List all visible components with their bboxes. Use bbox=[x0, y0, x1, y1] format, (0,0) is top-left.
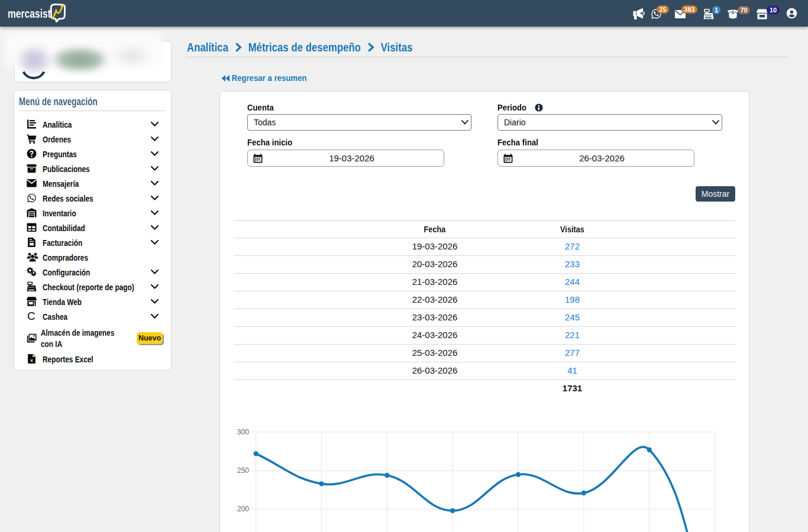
svg-text:200: 200 bbox=[237, 505, 249, 513]
svg-text:x: x bbox=[30, 358, 33, 363]
svg-text:300: 300 bbox=[237, 428, 249, 436]
svg-text:250: 250 bbox=[237, 466, 249, 475]
